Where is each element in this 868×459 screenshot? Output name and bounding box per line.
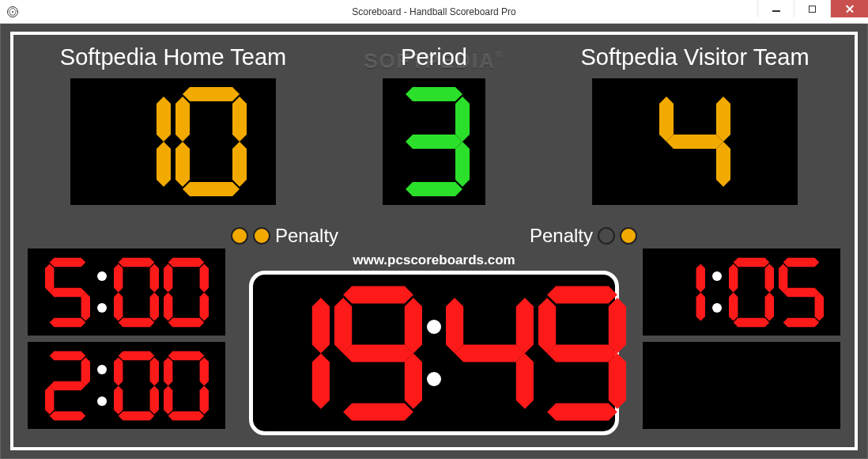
svg-marker-68 (199, 385, 208, 414)
svg-marker-75 (696, 292, 704, 321)
visitor-penalty-label: Penalty (530, 225, 593, 247)
svg-marker-82 (764, 292, 773, 321)
svg-marker-38 (118, 257, 154, 266)
svg-marker-120 (538, 298, 556, 353)
window-title: Scoreboard - Handball Scoreboard Pro (352, 6, 515, 17)
svg-marker-101 (343, 286, 413, 303)
main-clock (249, 271, 619, 435)
svg-marker-110 (516, 353, 534, 408)
svg-marker-61 (149, 385, 158, 414)
svg-marker-84 (729, 292, 738, 321)
svg-marker-34 (49, 317, 85, 326)
maximize-button[interactable] (794, 0, 830, 17)
svg-marker-42 (114, 292, 123, 321)
period-panel: Period (339, 44, 529, 205)
home-score-box (70, 78, 276, 205)
svg-marker-55 (49, 411, 85, 419)
svg-marker-37 (49, 287, 85, 296)
svg-marker-15 (175, 97, 190, 142)
visitor-penalty-row: Penalty (463, 225, 637, 247)
svg-marker-17 (406, 87, 462, 101)
svg-marker-117 (609, 353, 626, 408)
svg-marker-81 (764, 264, 773, 292)
svg-marker-121 (547, 344, 617, 362)
svg-marker-53 (81, 357, 89, 385)
svg-marker-43 (114, 264, 123, 292)
svg-marker-41 (118, 317, 154, 326)
home-team-panel: Softpedia Home Team (23, 44, 323, 205)
home-penalty-label: Penalty (275, 225, 338, 247)
svg-marker-47 (199, 292, 208, 321)
svg-marker-52 (49, 351, 85, 359)
svg-marker-96 (312, 353, 330, 408)
home-penalty-row: Penalty (231, 225, 405, 247)
home-penalty-light-2 (253, 227, 270, 245)
svg-marker-50 (164, 264, 172, 292)
home-penalty-light-1 (231, 227, 248, 245)
home-penalty-timer-1 (28, 248, 225, 336)
period-box (383, 78, 485, 205)
svg-marker-4 (157, 97, 171, 142)
app-icon (6, 6, 19, 18)
home-team-name: Softpedia Home Team (23, 44, 323, 70)
minimize-button[interactable] (757, 0, 794, 17)
svg-marker-109 (516, 298, 534, 353)
svg-marker-87 (783, 257, 819, 266)
visitor-penalty-timer-2 (643, 342, 840, 429)
svg-marker-40 (149, 292, 158, 321)
svg-marker-93 (783, 287, 819, 296)
svg-marker-45 (168, 257, 204, 266)
svg-marker-10 (183, 87, 240, 101)
titlebar: Scoreboard - Handball Scoreboard Pro (0, 0, 868, 24)
close-icon (846, 5, 854, 13)
close-button[interactable] (830, 0, 868, 17)
svg-marker-36 (45, 264, 54, 292)
svg-marker-20 (406, 182, 462, 196)
svg-marker-115 (547, 286, 617, 303)
svg-point-2 (12, 11, 13, 13)
svg-marker-107 (343, 344, 413, 362)
svg-marker-95 (312, 298, 330, 353)
svg-marker-103 (405, 353, 422, 408)
svg-marker-63 (114, 385, 123, 414)
home-penalty-timer-2 (28, 342, 225, 429)
svg-marker-23 (406, 135, 462, 149)
svg-marker-58 (49, 381, 85, 389)
svg-marker-30 (666, 135, 723, 149)
scoreboard-frame: SOFTPEDIA® Softpedia Home Team Period So… (10, 32, 858, 450)
svg-marker-66 (168, 351, 204, 359)
svg-marker-14 (175, 142, 190, 187)
svg-marker-62 (118, 411, 154, 419)
svg-marker-26 (716, 142, 730, 187)
svg-marker-106 (334, 298, 352, 353)
svg-marker-116 (609, 298, 626, 353)
svg-marker-80 (733, 257, 769, 266)
svg-marker-25 (716, 97, 730, 142)
svg-marker-29 (659, 97, 674, 142)
svg-marker-113 (446, 298, 463, 353)
visitor-penalty-timers (643, 248, 840, 429)
svg-marker-89 (814, 292, 823, 321)
svg-marker-19 (455, 142, 470, 187)
maximize-icon (809, 6, 816, 13)
scoreboard-window: SOFTPEDIA® Softpedia Home Team Period So… (0, 24, 868, 459)
svg-marker-64 (114, 357, 123, 385)
svg-marker-59 (118, 351, 154, 359)
svg-marker-33 (81, 292, 89, 321)
svg-marker-18 (455, 97, 470, 142)
visitor-team-name: Softpedia Visitor Team (545, 44, 845, 70)
url-text: www.pcscoreboards.com (353, 252, 515, 268)
window-controls (757, 0, 868, 17)
svg-marker-70 (164, 385, 172, 414)
visitor-team-panel: Softpedia Visitor Team (545, 44, 845, 205)
svg-marker-69 (168, 411, 204, 419)
svg-marker-12 (232, 142, 247, 187)
period-label: Period (339, 44, 529, 70)
visitor-penalty-light-1 (620, 227, 637, 245)
svg-marker-48 (168, 317, 204, 326)
svg-marker-114 (455, 344, 525, 362)
svg-marker-56 (45, 385, 54, 414)
svg-marker-5 (157, 142, 171, 187)
minimize-icon (772, 10, 780, 12)
svg-marker-92 (779, 264, 787, 292)
